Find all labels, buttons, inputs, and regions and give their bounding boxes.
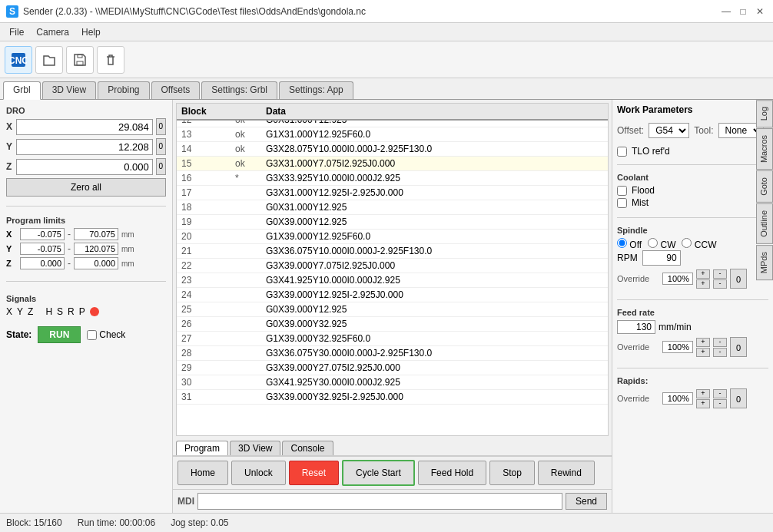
toolbar-save-button[interactable]	[66, 46, 94, 74]
rpm-input[interactable]	[642, 250, 681, 266]
dro-z-value[interactable]	[16, 159, 153, 175]
table-row[interactable]: 28 G3X36.075Y30.000I0.000J-2.925F130.0	[177, 346, 608, 361]
rewind-button[interactable]: Rewind	[538, 461, 595, 485]
mdi-input[interactable]	[197, 493, 562, 510]
toolbar-delete-button[interactable]	[97, 46, 124, 74]
toolbar-cnc-button[interactable]: CNC	[5, 46, 32, 74]
table-row[interactable]: 27 G1X39.000Y32.925F60.0	[177, 332, 608, 346]
center-tab-program[interactable]: Program	[176, 441, 228, 455]
side-tab-outline[interactable]: Outline	[756, 203, 773, 244]
table-row[interactable]: 18 G0X31.000Y12.925	[177, 200, 608, 215]
gcode-table: Block Data	[177, 104, 608, 121]
mist-checkbox[interactable]	[617, 198, 627, 208]
rapids-override-minus-small[interactable]: -	[713, 399, 727, 408]
dro-y-row: Y 0	[6, 138, 166, 155]
main-tabbar: Grbl 3D View Probing Offsets Settings: G…	[0, 78, 773, 100]
menu-file[interactable]: File	[3, 25, 30, 39]
table-row[interactable]: 15 ok G3X31.000Y7.075I2.925J0.000	[177, 157, 608, 171]
tab-3dview[interactable]: 3D View	[42, 81, 96, 99]
table-row[interactable]: 31 G3X39.000Y32.925I-2.925J0.000	[177, 390, 608, 405]
close-button[interactable]: ✕	[753, 5, 767, 18]
cycle-start-button[interactable]: Cycle Start	[342, 460, 415, 486]
table-row[interactable]: 19 G0X39.000Y12.925	[177, 215, 608, 230]
mdi-send-button[interactable]: Send	[566, 493, 607, 510]
table-row[interactable]: 23 G3X41.925Y10.000I0.000J2.925	[177, 273, 608, 288]
tab-offsets[interactable]: Offsets	[151, 81, 201, 99]
feed-override-plus-small[interactable]: +	[696, 348, 710, 357]
spindle-override-minus-large[interactable]: -	[713, 269, 727, 279]
table-row[interactable]: 17 G3X31.000Y12.925I-2.925J0.000	[177, 186, 608, 200]
table-row[interactable]: 24 G3X39.000Y12.925I-2.925J0.000	[177, 288, 608, 302]
tab-grbl[interactable]: Grbl	[3, 81, 41, 100]
table-row[interactable]: 25 G0X39.000Y12.925	[177, 302, 608, 317]
reset-button[interactable]: Reset	[289, 461, 339, 485]
toolbar-open-button[interactable]	[35, 46, 63, 74]
dro-x-zero-button[interactable]: 0	[156, 118, 166, 135]
dro-z-zero-button[interactable]: 0	[156, 158, 166, 175]
coolant-title: Coolant	[617, 173, 768, 182]
table-row[interactable]: 30 G3X41.925Y30.000I0.000J2.925	[177, 375, 608, 390]
table-row[interactable]: 22 G3X39.000Y7.075I2.925J0.000	[177, 259, 608, 273]
rapids-override-row: Override + + - - 0	[617, 388, 768, 408]
spindle-override-minus-btns: - -	[713, 269, 727, 289]
table-row[interactable]: 16 * G3X33.925Y10.000I0.000J2.925	[177, 171, 608, 186]
table-row[interactable]: 14 ok G3X28.075Y10.000I0.000J-2.925F130.…	[177, 142, 608, 157]
rapids-override-plus-large[interactable]: +	[696, 389, 710, 398]
offset-label: Offset:	[617, 125, 644, 136]
feed-override-reset[interactable]: 0	[730, 337, 747, 357]
menu-camera[interactable]: Camera	[30, 25, 75, 39]
maximize-button[interactable]: □	[736, 5, 750, 18]
limits-x-label: X	[6, 230, 17, 239]
center-tab-3dview[interactable]: 3D View	[230, 441, 280, 455]
dro-x-value[interactable]	[16, 119, 153, 135]
spindle-override-reset[interactable]: 0	[730, 269, 747, 289]
tab-settings-app[interactable]: Settings: App	[279, 81, 353, 99]
gcode-scroll[interactable]: 10 ok G94 11 ok X0.000Y0.000F130.0 12 ok…	[177, 121, 608, 405]
rapids-override-plus-small[interactable]: +	[696, 399, 710, 408]
flood-checkbox[interactable]	[617, 186, 627, 196]
table-row[interactable]: 13 ok G1X31.000Y12.925F60.0	[177, 127, 608, 142]
rapids-override-reset[interactable]: 0	[730, 388, 747, 408]
signal-z-label: Z	[28, 306, 33, 317]
spindle-override-plus-large[interactable]: +	[696, 269, 710, 279]
side-tab-mpds[interactable]: MPds	[756, 245, 773, 280]
feed-rate-value	[617, 320, 655, 334]
offset-select[interactable]: G54	[649, 123, 689, 138]
side-tab-macros[interactable]: Macros	[756, 128, 773, 170]
spindle-override-minus-small[interactable]: -	[713, 279, 727, 289]
check-checkbox[interactable]	[87, 330, 97, 340]
table-row[interactable]: 20 G1X39.000Y12.925F60.0	[177, 230, 608, 244]
table-row[interactable]: 21 G3X36.075Y10.000I0.000J-2.925F130.0	[177, 244, 608, 259]
dro-y-value[interactable]	[16, 139, 153, 155]
table-row[interactable]: 26 G0X39.000Y32.925	[177, 317, 608, 332]
unlock-button[interactable]: Unlock	[231, 461, 286, 485]
zero-all-button[interactable]: Zero all	[6, 178, 166, 197]
stop-button[interactable]: Stop	[489, 461, 535, 485]
spindle-override-row: Override + + - - 0	[617, 269, 768, 289]
table-row[interactable]: 29 G3X39.000Y27.075I2.925J0.000	[177, 361, 608, 375]
center-tab-console[interactable]: Console	[282, 441, 333, 455]
rapids-override-minus-large[interactable]: -	[713, 389, 727, 398]
spindle-ccw-radio[interactable]	[682, 238, 692, 248]
menu-help[interactable]: Help	[75, 25, 107, 39]
tlo-checkbox[interactable]	[617, 147, 627, 157]
tab-probing[interactable]: Probing	[98, 81, 149, 99]
side-tab-log[interactable]: Log	[756, 100, 773, 127]
flood-row: Flood	[617, 185, 768, 196]
table-row[interactable]: 12 ok G0X31.000Y12.925	[177, 121, 608, 127]
state-run-button[interactable]: RUN	[38, 326, 81, 343]
limits-x-max	[74, 228, 118, 240]
minimize-button[interactable]: —	[719, 5, 733, 18]
feed-hold-button[interactable]: Feed Hold	[418, 461, 486, 485]
home-button[interactable]: Home	[177, 461, 228, 485]
spindle-override-plus-small[interactable]: +	[696, 279, 710, 289]
dro-y-zero-button[interactable]: 0	[156, 138, 166, 155]
feed-override-minus-small[interactable]: -	[713, 348, 727, 357]
spindle-cw-radio[interactable]	[648, 238, 658, 248]
spindle-off-radio[interactable]	[617, 238, 627, 248]
tab-settings-grbl[interactable]: Settings: Grbl	[201, 81, 277, 99]
feed-override-plus-large[interactable]: +	[696, 338, 710, 347]
side-tab-goto[interactable]: Goto	[756, 170, 773, 203]
feed-override-minus-large[interactable]: -	[713, 338, 727, 347]
limits-y-unit: mm	[121, 245, 134, 253]
